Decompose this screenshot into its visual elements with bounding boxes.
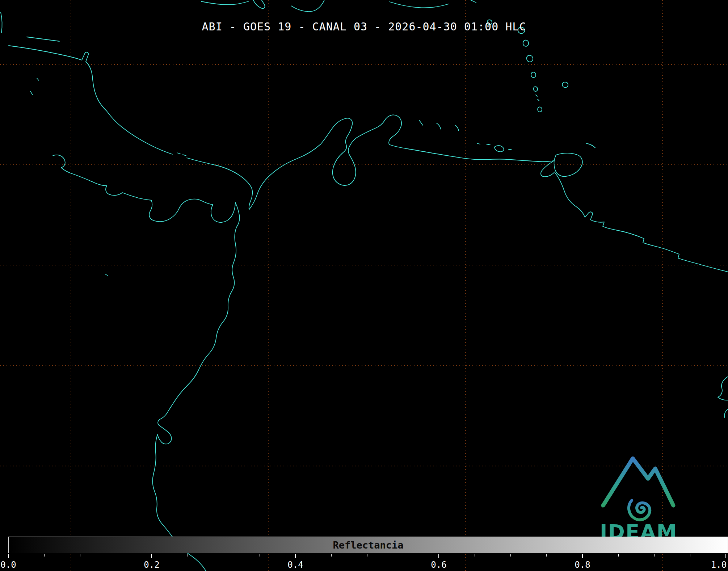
tick-label: 0.8 xyxy=(575,560,590,570)
tick-mark xyxy=(151,554,152,558)
tick-mark xyxy=(582,554,583,558)
mountain-icon xyxy=(603,458,673,505)
coastline-orinoco-guyana xyxy=(555,173,728,272)
image-title: ABI - GOES 19 - CANAL 03 - 2026-04-30 01… xyxy=(0,20,728,33)
coastline-san-andres-providencia xyxy=(30,78,108,276)
ideam-logo: IDEAM xyxy=(598,448,679,542)
colorbar-axis: 0.0 0.2 0.4 0.6 0.8 1.0 xyxy=(0,554,728,571)
satellite-image-viewport: ABI - GOES 19 - CANAL 03 - 2026-04-30 01… xyxy=(0,0,728,571)
colorbar-gradient: Reflectancia xyxy=(8,537,728,553)
tick-mark xyxy=(438,554,439,558)
hurricane-spiral-icon xyxy=(629,500,650,520)
coastline-lesser-antilles xyxy=(487,20,568,112)
tick-label: 0.2 xyxy=(144,560,159,570)
tick-mark xyxy=(725,554,726,558)
tick-label: 0.6 xyxy=(431,560,446,570)
tick-mark xyxy=(8,554,9,558)
coastline-abc-islands xyxy=(419,120,459,131)
colorbar: Reflectancia 0.0 0.2 0.4 0.6 0.8 1.0 xyxy=(0,537,728,571)
coastline-margarita-los-roques xyxy=(477,143,512,152)
coastline-guajira-maracaibo-venezuela xyxy=(321,115,554,185)
coastline-hispaniola-puertorico-fragments xyxy=(201,0,476,12)
coastline-pacific-central-south-america xyxy=(53,155,240,571)
tick-label: 0.0 xyxy=(0,560,16,570)
coastline-amazon-fragment xyxy=(718,377,728,418)
colorbar-label: Reflectancia xyxy=(9,537,728,554)
coastline-panama-caribbean-uraba-colombia xyxy=(187,144,321,210)
coastline-nicaragua-costarica-caribbean xyxy=(9,46,172,154)
coastline-paria-trinidad-tobago xyxy=(541,143,595,177)
tick-label: 0.4 xyxy=(287,560,303,570)
colorbar-minor-ticks xyxy=(8,554,728,557)
coastline-bocas-islands xyxy=(177,153,186,156)
tick-mark xyxy=(295,554,296,558)
tick-label: 1.0 xyxy=(711,560,727,570)
